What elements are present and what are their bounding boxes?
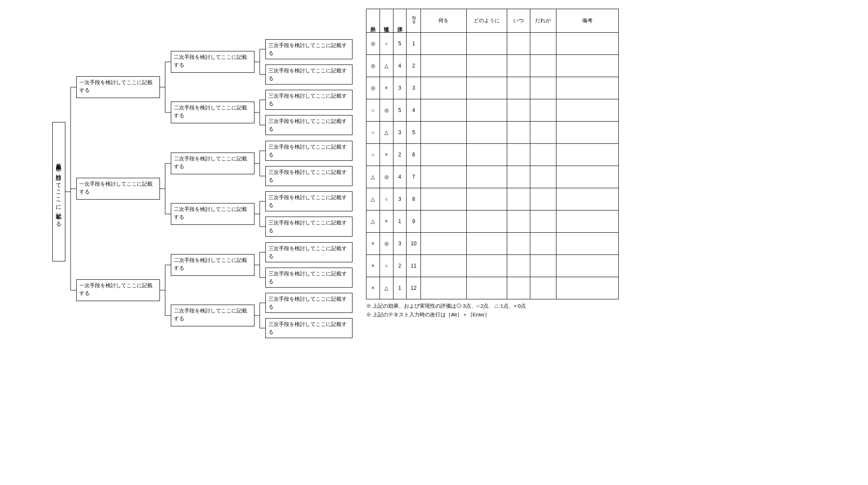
cell-no: 6 xyxy=(407,144,421,166)
level2-node: 二次手段を検討してここに記載する xyxy=(171,153,254,174)
cell-remark xyxy=(556,55,619,77)
cell-what xyxy=(421,122,466,144)
table-row: △○38 xyxy=(366,188,619,210)
level1-node: 一次手段を検討してここに記載する xyxy=(76,76,160,98)
cell-how xyxy=(466,77,507,99)
table-row: ◎△42 xyxy=(366,55,619,77)
cell-who xyxy=(530,55,556,77)
cell-rating: 1 xyxy=(393,277,407,299)
cell-how xyxy=(466,55,507,77)
cell-remark xyxy=(556,144,619,166)
table-row: △×19 xyxy=(366,210,619,233)
level3-node: 三次手段を検討してここに記載する xyxy=(265,166,353,186)
cell-what xyxy=(421,77,466,99)
level3-node: 三次手段を検討してここに記載する xyxy=(265,217,353,237)
cell-who xyxy=(530,77,556,99)
level2-node: 二次手段を検討してここに記載する xyxy=(171,51,254,73)
header-who: だれが xyxy=(530,9,556,33)
cell-no: 5 xyxy=(407,122,421,144)
cell-no: 9 xyxy=(407,210,421,233)
cell-when xyxy=(507,255,530,277)
level2-node: 二次手段を検討してここに記載する xyxy=(171,254,254,276)
level3-node: 三次手段を検討してここに記載する xyxy=(265,64,353,85)
footnote-1: ※ 上記の効果、および実現性の評価は◎:3点、○:2点、△:1点、×:0点 xyxy=(366,302,859,311)
cell-effect: × xyxy=(366,233,380,255)
root-node: 基本目的を検討してここに記載する xyxy=(52,122,65,261)
cell-remark xyxy=(556,188,619,210)
level2-node: 二次手段を検討してここに記載する xyxy=(171,203,254,225)
cell-what xyxy=(421,255,466,277)
cell-who xyxy=(530,277,556,299)
level2-node: 二次手段を検討してここに記載する xyxy=(171,102,254,123)
cell-effect: △ xyxy=(366,166,380,188)
cell-when xyxy=(507,233,530,255)
level2-node: 二次手段を検討してここに記載する xyxy=(171,305,254,326)
cell-no: 4 xyxy=(407,99,421,122)
cell-how xyxy=(466,122,507,144)
header-remark: 備考 xyxy=(556,9,619,33)
cell-when xyxy=(507,99,530,122)
cell-what xyxy=(421,99,466,122)
cell-remark xyxy=(556,122,619,144)
cell-feasibility: △ xyxy=(380,277,393,299)
cell-rating: 1 xyxy=(393,210,407,233)
table-row: ×◎310 xyxy=(366,233,619,255)
cell-feasibility: × xyxy=(380,144,393,166)
table-row: ◎○51 xyxy=(366,33,619,55)
cell-what xyxy=(421,277,466,299)
footnotes: ※ 上記の効果、および実現性の評価は◎:3点、○:2点、△:1点、×:0点 ※ … xyxy=(366,302,859,319)
cell-feasibility: ◎ xyxy=(380,99,393,122)
cell-how xyxy=(466,33,507,55)
cell-no: 11 xyxy=(407,255,421,277)
cell-rating: 3 xyxy=(393,188,407,210)
header-no: Ｎｏ． xyxy=(411,12,417,28)
cell-rating: 5 xyxy=(393,33,407,55)
cell-when xyxy=(507,277,530,299)
cell-effect: × xyxy=(366,255,380,277)
table-row: △◎47 xyxy=(366,166,619,188)
cell-feasibility: ◎ xyxy=(380,233,393,255)
cell-when xyxy=(507,144,530,166)
cell-what xyxy=(421,33,466,55)
cell-no: 10 xyxy=(407,233,421,255)
cell-effect: △ xyxy=(366,188,380,210)
level3-node: 三次手段を検討してここに記載する xyxy=(265,191,353,211)
header-what: 何を xyxy=(421,9,466,33)
level3-node: 三次手段を検討してここに記載する xyxy=(265,268,353,288)
cell-no: 2 xyxy=(407,55,421,77)
cell-what xyxy=(421,188,466,210)
evaluation-pane: 効果 実現性 評価 Ｎｏ． 何を どのように いつ だれが 備考 ◎○51◎△4… xyxy=(366,9,859,349)
cell-when xyxy=(507,55,530,77)
level1-node: 一次手段を検討してここに記載する xyxy=(76,178,160,200)
cell-no: 1 xyxy=(407,33,421,55)
cell-who xyxy=(530,255,556,277)
cell-how xyxy=(466,210,507,233)
cell-feasibility: ◎ xyxy=(380,166,393,188)
cell-rating: 4 xyxy=(393,55,407,77)
cell-rating: 3 xyxy=(393,122,407,144)
table-header-row: 効果 実現性 評価 Ｎｏ． 何を どのように いつ だれが 備考 xyxy=(366,9,619,33)
cell-no: 7 xyxy=(407,166,421,188)
table-row: ○◎54 xyxy=(366,99,619,122)
cell-remark xyxy=(556,99,619,122)
cell-rating: 3 xyxy=(393,233,407,255)
cell-who xyxy=(530,144,556,166)
cell-rating: 2 xyxy=(393,255,407,277)
cell-feasibility: ○ xyxy=(380,33,393,55)
cell-when xyxy=(507,188,530,210)
cell-what xyxy=(421,210,466,233)
table-row: ◎×33 xyxy=(366,77,619,99)
cell-rating: 2 xyxy=(393,144,407,166)
cell-feasibility: △ xyxy=(380,122,393,144)
cell-how xyxy=(466,188,507,210)
cell-no: 8 xyxy=(407,188,421,210)
table-row: ×○211 xyxy=(366,255,619,277)
cell-no: 12 xyxy=(407,277,421,299)
cell-effect: ○ xyxy=(366,144,380,166)
cell-how xyxy=(466,99,507,122)
cell-remark xyxy=(556,277,619,299)
cell-effect: ◎ xyxy=(366,55,380,77)
cell-when xyxy=(507,166,530,188)
cell-how xyxy=(466,233,507,255)
cell-how xyxy=(466,166,507,188)
